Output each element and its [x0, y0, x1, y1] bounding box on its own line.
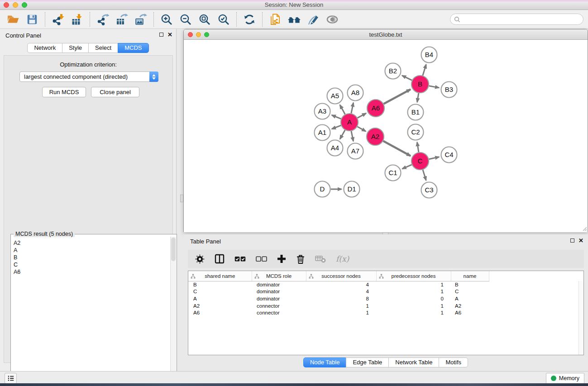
select-all-button[interactable] — [234, 256, 246, 262]
graph-node-C4[interactable]: C4 — [441, 147, 457, 163]
table-scrollbar[interactable] — [578, 281, 583, 355]
graph-edge-C-C1[interactable] — [402, 165, 412, 169]
table-row[interactable]: Bdominator41B — [188, 281, 583, 288]
tab-network[interactable]: Network — [27, 43, 62, 53]
search-field[interactable] — [450, 14, 583, 25]
graph-edge-B-B1[interactable] — [417, 93, 419, 102]
network-window-titlebar[interactable]: testGlobe.txt — [184, 29, 588, 40]
delete-table-button[interactable] — [315, 255, 326, 263]
graph-node-B2[interactable]: B2 — [385, 63, 401, 79]
graph-node-A6[interactable]: A6 — [367, 100, 384, 117]
column-header-name[interactable]: name — [451, 271, 489, 281]
delete-column-button[interactable] — [296, 254, 305, 264]
graph-node-D[interactable]: D — [315, 181, 330, 197]
function-builder-button[interactable]: f(x) — [336, 254, 349, 263]
graph-edge-A-A4[interactable] — [340, 130, 345, 139]
graph-node-C2[interactable]: C2 — [408, 124, 424, 140]
graph-node-A5[interactable]: A5 — [327, 88, 343, 104]
desktop-vscroll-thumb[interactable] — [180, 195, 183, 202]
node-table[interactable]: shared nameMCDS rolesuccessor nodesprede… — [188, 271, 584, 355]
task-history-button[interactable] — [5, 373, 17, 384]
export-table-button[interactable] — [112, 11, 131, 28]
column-header-predecessor-nodes[interactable]: predecessor nodes — [376, 271, 451, 281]
float-panel-icon[interactable] — [159, 33, 163, 37]
graph-node-A3[interactable]: A3 — [315, 104, 330, 119]
column-header-mcds-role[interactable]: MCDS role — [252, 271, 306, 281]
graph-edge-A-A6[interactable] — [358, 113, 366, 118]
mcds-result-item[interactable]: A — [14, 247, 170, 254]
network-graph[interactable]: AA1A3A4A5A7A8A6A2BB1B2B3B4CC1C2C3C4DD1 — [184, 40, 588, 232]
create-column-button[interactable] — [277, 254, 286, 263]
graph-edge-C-C4[interactable] — [429, 157, 439, 159]
graph-edge-A-A5[interactable] — [340, 105, 345, 114]
graph-edge-A-A7[interactable] — [351, 131, 354, 141]
graph-node-C1[interactable]: C1 — [385, 165, 401, 181]
zoom-out-button[interactable] — [176, 11, 195, 28]
home-layout-button[interactable] — [285, 11, 304, 28]
graph-edge-A-A8[interactable] — [351, 103, 354, 113]
close-panel-button[interactable]: Close panel — [91, 87, 139, 97]
graph-node-D1[interactable]: D1 — [344, 181, 360, 197]
show-columns-button[interactable] — [215, 254, 225, 264]
criterion-select[interactable]: largest connected component (directed) — [19, 71, 158, 82]
graph-node-A7[interactable]: A7 — [348, 143, 363, 159]
export-network-button[interactable] — [93, 11, 112, 28]
column-header-successor-nodes[interactable]: successor nodes — [306, 271, 376, 281]
graph-node-A1[interactable]: A1 — [315, 125, 330, 141]
close-panel-icon[interactable]: ✕ — [167, 32, 172, 37]
zoom-fit-button[interactable] — [195, 11, 214, 28]
graph-edge-A-A2[interactable] — [357, 127, 366, 131]
annotation-pen-button[interactable] — [304, 11, 323, 28]
graph-node-C[interactable]: C — [411, 152, 429, 170]
table-row[interactable]: A6connector11A6 — [188, 309, 583, 316]
import-network-button[interactable] — [48, 11, 67, 28]
graph-node-B1[interactable]: B1 — [408, 105, 424, 120]
export-image-button[interactable] — [131, 11, 150, 28]
zoom-selected-button[interactable] — [214, 11, 233, 28]
tab-mcds[interactable]: MCDS — [118, 43, 148, 53]
graph-edge-B-B2[interactable] — [402, 76, 412, 81]
mcds-result-list[interactable]: A2ABCA6 — [11, 237, 170, 386]
mcds-result-item[interactable]: C — [14, 261, 170, 268]
network-canvas[interactable]: AA1A3A4A5A7A8A6A2BB1B2B3B4CC1C2C3C4DD1 — [184, 40, 588, 232]
search-input[interactable] — [460, 15, 583, 24]
tab-node-table[interactable]: Node Table — [303, 357, 347, 367]
graph-edge-C-C3[interactable] — [423, 170, 426, 180]
resize-grip-icon[interactable] — [582, 226, 587, 231]
table-settings-button[interactable] — [195, 254, 205, 264]
mcds-result-item[interactable]: B — [14, 254, 170, 261]
tab-select[interactable]: Select — [88, 43, 118, 53]
graph-edge-A-A3[interactable] — [332, 115, 341, 119]
table-header-row[interactable]: shared nameMCDS rolesuccessor nodesprede… — [188, 271, 583, 281]
run-mcds-button[interactable]: Run MCDS — [42, 87, 86, 97]
graph-node-B4[interactable]: B4 — [421, 47, 437, 63]
mcds-scrollbar[interactable] — [170, 237, 176, 386]
network-from-file-button[interactable] — [266, 11, 285, 28]
memory-button[interactable]: Memory — [546, 373, 584, 384]
graph-node-A2[interactable]: A2 — [367, 128, 384, 145]
close-table-panel-icon[interactable]: ✕ — [578, 238, 583, 243]
deselect-all-button[interactable] — [256, 256, 267, 262]
graph-node-C3[interactable]: C3 — [421, 182, 437, 198]
table-row[interactable]: Adominator80A — [188, 295, 583, 302]
graph-edge-A-A1[interactable] — [332, 125, 341, 129]
graph-edge-C-C2[interactable] — [417, 142, 418, 152]
graph-node-B3[interactable]: B3 — [441, 82, 457, 98]
graph-edge-B-B4[interactable] — [423, 65, 426, 76]
graph-edge-A2-C[interactable] — [383, 141, 411, 156]
tab-style[interactable]: Style — [62, 43, 89, 53]
open-session-button[interactable] — [4, 11, 23, 28]
mcds-result-item[interactable]: A2 — [14, 239, 170, 247]
graph-node-B[interactable]: B — [411, 76, 429, 93]
zoom-in-button[interactable] — [157, 11, 176, 28]
mcds-result-item[interactable]: A6 — [14, 268, 170, 276]
save-session-button[interactable] — [23, 11, 42, 28]
column-header-shared-name[interactable]: shared name — [188, 271, 252, 281]
graph-node-A4[interactable]: A4 — [327, 140, 343, 156]
graph-edge-B-B3[interactable] — [429, 86, 439, 88]
tab-network-table[interactable]: Network Table — [388, 357, 439, 367]
tab-motifs[interactable]: Motifs — [439, 357, 468, 367]
import-table-button[interactable] — [67, 11, 86, 28]
graph-edge-A6-B[interactable] — [384, 89, 411, 104]
float-table-panel-icon[interactable] — [570, 238, 574, 243]
